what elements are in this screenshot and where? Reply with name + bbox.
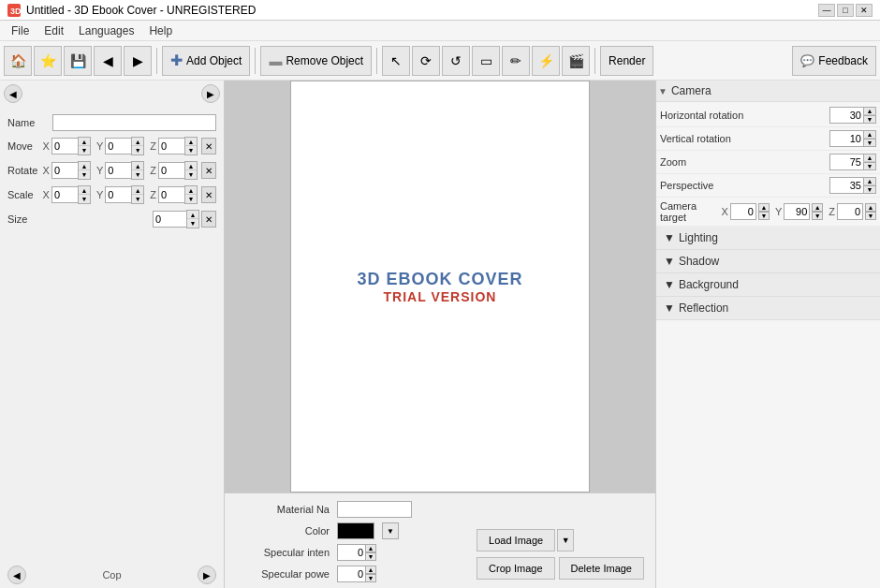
left-bottom-prev[interactable]: ◀: [7, 566, 26, 584]
size-input[interactable]: [153, 211, 186, 228]
feedback-button[interactable]: 💬 Feedback: [792, 46, 876, 76]
rotate-tool-button[interactable]: ⟳: [412, 46, 440, 76]
select-tool-button[interactable]: ↖: [382, 46, 410, 76]
color-swatch[interactable]: [337, 522, 374, 539]
camera-section-header[interactable]: ▼ Camera: [656, 81, 880, 102]
specular-power-input[interactable]: [337, 566, 365, 582]
vertical-rotation-up[interactable]: ▲: [863, 130, 876, 139]
lighting-header[interactable]: ▼ Lighting: [656, 227, 880, 249]
scale-z-up[interactable]: ▲: [185, 186, 197, 195]
rotate-x-btn[interactable]: ✕: [201, 162, 216, 179]
ct-z-down[interactable]: ▼: [865, 212, 876, 220]
add-object-button[interactable]: ✚ Add Object: [162, 46, 250, 76]
scale-x-btn[interactable]: ✕: [201, 186, 216, 203]
scale-x-up[interactable]: ▲: [79, 186, 90, 195]
color-dropdown-button[interactable]: ▼: [382, 522, 399, 539]
vertical-rotation-down[interactable]: ▼: [863, 139, 876, 147]
film-tool-button[interactable]: 🎬: [562, 46, 590, 76]
specular-intensity-down[interactable]: ▼: [365, 552, 376, 561]
scale-y-input[interactable]: [105, 186, 131, 203]
window-controls[interactable]: — □ ✕: [818, 4, 873, 17]
rotate-z-down[interactable]: ▼: [185, 170, 197, 179]
perspective-input[interactable]: [829, 177, 863, 194]
forward-button[interactable]: ▶: [124, 46, 152, 76]
background-header[interactable]: ▼ Background: [656, 273, 880, 296]
rotate-x-down[interactable]: ▼: [79, 170, 90, 179]
home-button[interactable]: 🏠: [4, 46, 32, 76]
horizontal-rotation-down[interactable]: ▼: [863, 115, 876, 124]
rotate-y-input[interactable]: [105, 162, 131, 179]
move-y-input[interactable]: [105, 138, 131, 154]
move-z-down[interactable]: ▼: [185, 146, 197, 154]
zoom-up[interactable]: ▲: [863, 154, 876, 162]
rotate-x-input[interactable]: [51, 162, 78, 179]
name-input[interactable]: [52, 114, 216, 131]
left-bottom-next[interactable]: ▶: [198, 566, 216, 584]
camera-target-z-input[interactable]: [837, 203, 863, 220]
perspective-up[interactable]: ▲: [863, 177, 876, 185]
size-up[interactable]: ▲: [187, 211, 198, 219]
rotate-z-up[interactable]: ▲: [185, 162, 197, 170]
scale-z-down[interactable]: ▼: [185, 195, 197, 203]
zoom-down[interactable]: ▼: [863, 162, 876, 170]
maximize-button[interactable]: □: [837, 4, 854, 17]
specular-power-up[interactable]: ▲: [365, 566, 376, 574]
menu-help[interactable]: Help: [141, 22, 180, 39]
render-button[interactable]: Render: [600, 46, 653, 76]
scale-z-input[interactable]: [158, 186, 184, 203]
horizontal-rotation-input[interactable]: [829, 107, 863, 124]
specular-intensity-up[interactable]: ▲: [365, 544, 376, 552]
camera-target-y-input[interactable]: [784, 203, 810, 220]
menu-languages[interactable]: Languages: [71, 22, 141, 39]
lightning-tool-button[interactable]: ⚡: [532, 46, 560, 76]
left-next-arrow[interactable]: ▶: [201, 84, 220, 103]
ct-x-down[interactable]: ▼: [758, 212, 770, 220]
ct-y-down[interactable]: ▼: [812, 212, 823, 220]
move-x-down[interactable]: ▼: [79, 146, 90, 154]
move-x-btn[interactable]: ✕: [201, 138, 216, 154]
load-image-dropdown[interactable]: ▼: [557, 529, 574, 551]
scale-y-up[interactable]: ▲: [132, 186, 143, 195]
material-name-input[interactable]: [337, 501, 412, 518]
size-down[interactable]: ▼: [187, 219, 198, 228]
crop-image-button[interactable]: Crop Image: [477, 557, 554, 580]
rotate-y-up[interactable]: ▲: [132, 162, 143, 170]
rotate-z-input[interactable]: [158, 162, 184, 179]
star-button[interactable]: ⭐: [34, 46, 62, 76]
rotate-y-down[interactable]: ▼: [132, 170, 143, 179]
move-z-up[interactable]: ▲: [185, 138, 197, 146]
vertical-rotation-input[interactable]: [829, 130, 863, 147]
move-z-input[interactable]: [158, 138, 184, 154]
specular-power-down[interactable]: ▼: [365, 574, 376, 582]
pen-tool-button[interactable]: ✏: [502, 46, 530, 76]
size-x-btn[interactable]: ✕: [201, 211, 216, 228]
back-button[interactable]: ◀: [94, 46, 122, 76]
specular-intensity-input[interactable]: [337, 544, 365, 561]
remove-object-button[interactable]: ▬ Remove Object: [260, 46, 372, 76]
minimize-button[interactable]: —: [818, 4, 835, 17]
move-y-up[interactable]: ▲: [132, 138, 143, 146]
ct-z-up[interactable]: ▲: [865, 203, 876, 212]
load-image-button[interactable]: Load Image: [477, 529, 555, 551]
save-button[interactable]: 💾: [64, 46, 92, 76]
rect-tool-button[interactable]: ▭: [472, 46, 500, 76]
ct-y-up[interactable]: ▲: [812, 203, 823, 212]
zoom-input[interactable]: [829, 154, 863, 170]
reflection-header[interactable]: ▼ Reflection: [656, 297, 880, 319]
close-button[interactable]: ✕: [856, 4, 873, 17]
move-x-input[interactable]: [51, 138, 78, 154]
undo-tool-button[interactable]: ↺: [442, 46, 470, 76]
scale-x-input[interactable]: [51, 186, 78, 203]
horizontal-rotation-up[interactable]: ▲: [863, 107, 876, 115]
ct-x-up[interactable]: ▲: [758, 203, 770, 212]
delete-image-button[interactable]: Delete Image: [559, 557, 644, 580]
rotate-x-up[interactable]: ▲: [79, 162, 90, 170]
menu-edit[interactable]: Edit: [37, 22, 71, 39]
scale-x-down[interactable]: ▼: [79, 195, 90, 203]
camera-target-x-input[interactable]: [730, 203, 756, 220]
menu-file[interactable]: File: [4, 22, 37, 39]
scale-y-down[interactable]: ▼: [132, 195, 143, 203]
left-prev-arrow[interactable]: ◀: [4, 84, 22, 103]
perspective-down[interactable]: ▼: [863, 185, 876, 194]
shadow-header[interactable]: ▼ Shadow: [656, 250, 880, 272]
